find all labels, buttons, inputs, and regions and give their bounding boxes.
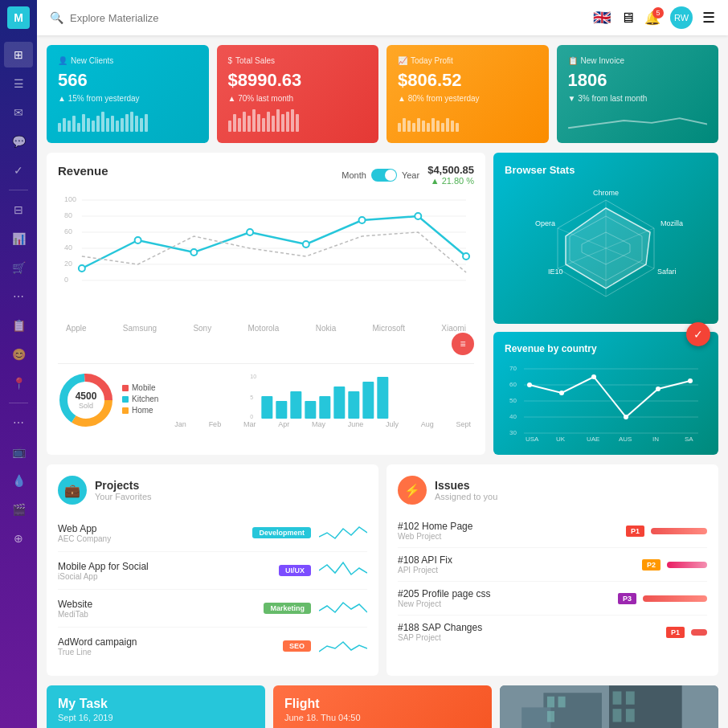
project-row-1: Mobile App for Social iSocial App UI/UX <box>58 552 367 590</box>
issue-row-1: #108 API Fix API Project P2 <box>398 548 707 582</box>
sidebar-item-tasks[interactable]: ✓ <box>4 157 33 183</box>
project-tag: Development <box>252 527 311 538</box>
stat-card-title: 👤 New Clients <box>58 56 198 65</box>
priority-badge: P1 <box>626 526 644 537</box>
project-row-3: AdWord campaign True Line SEO <box>58 628 367 665</box>
sidebar-divider-2 <box>9 403 28 403</box>
dollar-icon: $ <box>228 56 233 65</box>
radar-chart: Chrome Mozilla Safari IE10 Opera <box>505 184 707 313</box>
mini-chart <box>398 109 538 132</box>
search-input[interactable] <box>70 12 231 24</box>
sidebar-item-mail[interactable]: ✉ <box>4 100 33 125</box>
sidebar-item-chat[interactable]: 💬 <box>4 129 33 154</box>
avatar[interactable]: RW <box>670 6 693 29</box>
issues-card: ⚡ Issues Assigned to you #102 Home Page … <box>386 464 718 676</box>
issue-progress <box>667 562 707 568</box>
notification-bell[interactable]: 🔔 5 <box>644 10 661 26</box>
sidebar-item-more1[interactable]: ⋯ <box>4 284 33 309</box>
sidebar-item-theme[interactable]: 💧 <box>4 468 33 493</box>
svg-text:Opera: Opera <box>535 219 555 227</box>
browser-stats-card: Browser Stats Chrome <box>493 153 718 324</box>
country-title: Revenue by country <box>505 343 707 354</box>
svg-text:0: 0 <box>251 414 254 419</box>
fab-button[interactable]: ✓ <box>686 322 710 346</box>
mini-chart <box>568 109 708 132</box>
svg-point-13 <box>135 237 141 243</box>
svg-rect-26 <box>262 396 273 419</box>
header: 🔍 🇬🇧 🖥 🔔 5 RW ☰ <box>37 0 728 35</box>
sidebar-item-dashboard[interactable]: ⊞ <box>4 42 33 67</box>
issue-progress <box>691 629 707 636</box>
sidebar-item-charts[interactable]: 📊 <box>4 226 33 252</box>
bar-chart: 10 5 0 <box>171 372 474 428</box>
sidebar-item-media[interactable]: 📺 <box>4 439 33 464</box>
stat-card-value: $806.52 <box>398 70 538 91</box>
project-tag: SEO <box>283 640 311 652</box>
stat-card-title: 📈 Today Profit <box>398 56 538 65</box>
revenue-header: Revenue Month Year $4,500.85 ▲ 21.80 % <box>58 164 474 186</box>
donut-container: 4500 Sold Mobile Kitchen <box>58 372 158 428</box>
svg-marker-41 <box>566 208 650 288</box>
svg-text:70: 70 <box>509 365 517 372</box>
svg-text:60: 60 <box>64 227 72 235</box>
svg-text:UAE: UAE <box>587 436 599 441</box>
svg-rect-32 <box>349 391 360 419</box>
svg-text:40: 40 <box>64 243 72 252</box>
svg-point-14 <box>190 249 197 256</box>
revenue-bottom: 4500 Sold Mobile Kitchen <box>58 363 474 428</box>
svg-rect-28 <box>291 391 302 419</box>
svg-point-59 <box>591 374 596 379</box>
priority-badge: P3 <box>618 593 636 604</box>
sidebar-item-cart[interactable]: 🛒 <box>4 255 33 280</box>
svg-rect-72 <box>521 707 550 728</box>
svg-text:UK: UK <box>556 436 566 441</box>
svg-point-61 <box>656 386 661 391</box>
svg-point-62 <box>688 378 693 383</box>
svg-point-17 <box>359 217 366 223</box>
revenue-chart: 100 80 60 40 20 0 <box>58 192 474 321</box>
legend-kitchen: Kitchen <box>122 395 158 403</box>
menu-icon[interactable]: ☰ <box>702 9 715 27</box>
stat-card-value: $8990.63 <box>228 70 368 91</box>
svg-rect-77 <box>626 691 635 704</box>
middle-section: Revenue Month Year $4,500.85 ▲ 21.80 % <box>47 153 718 455</box>
svg-text:20: 20 <box>64 260 72 268</box>
sidebar-item-menu[interactable]: ☰ <box>4 71 33 96</box>
svg-point-57 <box>527 382 532 387</box>
flag-icon[interactable]: 🇬🇧 <box>593 9 611 27</box>
flight-date: June 18. Thu 04:50 <box>284 713 481 722</box>
toggle-switch[interactable] <box>371 169 397 182</box>
revenue-fab-button[interactable]: ≡ <box>452 333 474 355</box>
issue-info: #108 API Fix API Project <box>398 554 642 575</box>
app-logo[interactable]: M <box>7 6 30 29</box>
sidebar-item-add[interactable]: ⊕ <box>4 526 33 551</box>
svg-text:IN: IN <box>652 436 659 441</box>
priority-badge: P1 <box>666 627 685 638</box>
trend-icon: 📈 <box>398 56 407 65</box>
donut-value: 4500 <box>76 391 97 402</box>
sidebar-item-maps[interactable]: 📍 <box>4 370 33 396</box>
issue-info: #188 SAP Changes SAP Project <box>398 622 666 642</box>
project-info: Website MediTab <box>58 599 264 619</box>
svg-point-58 <box>559 391 564 395</box>
projects-issues-section: 💼 Projects Your Favorites Web App AEC Co… <box>47 464 718 676</box>
priority-badge: P2 <box>642 559 661 571</box>
svg-rect-75 <box>547 711 554 722</box>
sidebar-item-more2[interactable]: ⋯ <box>4 410 33 436</box>
svg-point-16 <box>303 241 309 247</box>
svg-text:80: 80 <box>64 211 72 219</box>
person-icon: 👤 <box>58 56 67 65</box>
svg-rect-79 <box>626 709 635 722</box>
svg-point-19 <box>463 253 469 260</box>
svg-rect-27 <box>276 401 288 419</box>
my-task-card: My Task Sept 16, 2019 Create Mobile App … <box>47 685 265 728</box>
monitor-icon[interactable]: 🖥 <box>620 10 635 27</box>
stat-card-today-profit: 📈 Today Profit $806.52 ▲ 80% from yester… <box>386 45 549 143</box>
sidebar-item-users[interactable]: 😊 <box>4 342 33 367</box>
sidebar-item-video[interactable]: 🎬 <box>4 497 33 522</box>
project-info: Web App AEC Company <box>58 523 252 543</box>
sidebar-item-layouts[interactable]: ⊟ <box>4 197 33 223</box>
issue-progress <box>651 528 707 534</box>
sidebar-item-reports[interactable]: 📋 <box>4 313 33 338</box>
svg-rect-33 <box>363 382 374 419</box>
